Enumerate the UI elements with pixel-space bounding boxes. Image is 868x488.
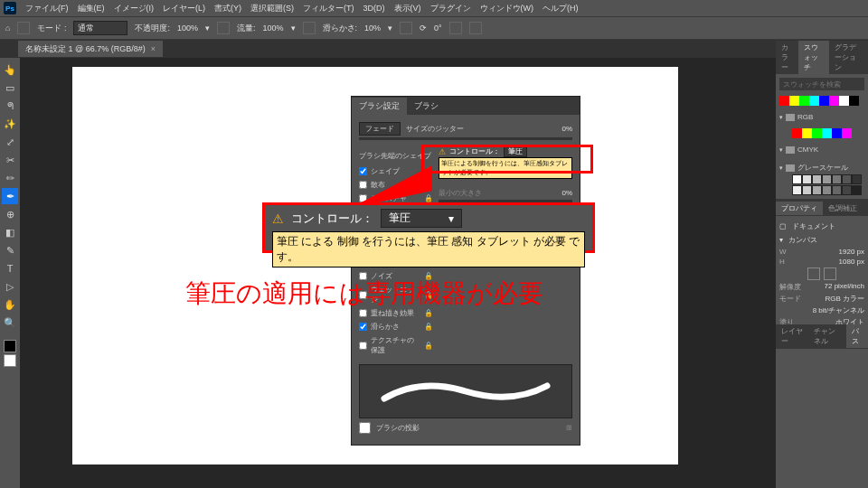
close-icon[interactable]: × [151,44,156,53]
mode-select[interactable]: 通常 [73,21,127,35]
document-tab[interactable]: 名称未設定 1 @ 66.7% (RGB/8#) × [18,41,163,57]
fade-button[interactable]: フェード [359,122,401,136]
swatch[interactable] [832,128,842,138]
menu-view[interactable]: 表示(V) [394,3,421,14]
fg-swatch[interactable] [4,340,16,352]
menu-plugin[interactable]: プラグイン [430,3,471,14]
menu-3d[interactable]: 3D(D) [363,4,385,13]
airbrush-icon[interactable] [303,22,316,34]
menu-help[interactable]: ヘルプ(H) [542,3,579,14]
tab-paths[interactable]: パス [846,324,868,348]
tab-brushes[interactable]: ブラシ [407,98,446,115]
swatch[interactable] [812,185,822,195]
smooth-value[interactable]: 10% [364,23,381,33]
swatch[interactable] [832,185,842,195]
orient-landscape-icon[interactable] [824,267,836,280]
symmetry-icon[interactable] [469,22,482,34]
menu-type[interactable]: 書式(Y) [214,3,241,14]
size-jitter-value[interactable]: 0% [547,125,572,133]
new-preset-icon[interactable]: ⊞ [566,424,572,432]
opacity-caret-icon[interactable]: ▾ [205,23,210,33]
smooth-opts-icon[interactable] [400,22,412,34]
search-input[interactable] [779,78,864,90]
res-value[interactable]: 72 pixel/inch [825,282,864,292]
tool-marquee[interactable]: ▭ [2,80,18,96]
swatch[interactable] [822,174,832,184]
swatch[interactable] [832,174,842,184]
tool-wand[interactable]: ✨ [2,116,18,132]
swatch[interactable] [852,185,862,195]
swatch-white[interactable] [839,96,849,106]
menu-file[interactable]: ファイル(F) [25,3,69,14]
tool-zoom[interactable]: 🔍 [2,314,18,331]
tab-gradient[interactable]: グラデーション [829,41,868,74]
min-diam-value[interactable]: 0% [547,189,572,197]
swatch[interactable] [812,174,822,184]
menu-edit[interactable]: 編集(E) [78,3,105,14]
brush-opt-smoothing[interactable]: 滑らかさ🔒 [359,320,433,333]
tool-brush[interactable]: ✒ [2,188,18,204]
w-value[interactable]: 1920 px [839,248,864,256]
swatch[interactable] [842,128,852,138]
swatch[interactable] [822,185,832,195]
swatch-blue[interactable] [819,96,829,106]
control-select-zoom[interactable]: 筆圧▾ [381,209,462,228]
swatch[interactable] [792,128,802,138]
check-protect[interactable] [359,342,367,350]
tool-text[interactable]: T [2,260,18,277]
swatch-black[interactable] [849,96,859,106]
flow-caret-icon[interactable]: ▾ [291,23,296,33]
swatch[interactable] [852,174,862,184]
tool-lasso[interactable]: ᖗ [2,98,18,114]
group-rgb[interactable]: RGB [779,111,864,123]
swatch[interactable] [792,185,802,195]
size-jitter-slider[interactable] [359,137,572,140]
angle-value[interactable]: 0° [434,23,442,33]
swatch[interactable] [802,128,812,138]
home-icon[interactable]: ⌂ [5,23,10,33]
tab-layers[interactable]: レイヤー [776,324,808,348]
h-value[interactable]: 1080 px [839,258,864,266]
swatch[interactable] [822,128,832,138]
smooth-caret-icon[interactable]: ▾ [388,23,392,33]
swatch[interactable] [812,128,822,138]
group-cmyk[interactable]: CMYK [779,144,864,155]
swatch[interactable] [802,185,812,195]
tool-move[interactable]: 👆 [2,61,18,78]
swatch-yellow[interactable] [789,96,799,106]
menu-image[interactable]: イメージ(I) [114,3,155,14]
pressure-opacity-icon[interactable] [217,22,230,34]
tab-adjust[interactable]: 色調補正 [823,202,863,215]
prop-canvas[interactable]: ▾ カンバス [779,233,864,247]
menu-layer[interactable]: レイヤー(L) [163,3,205,14]
swatch[interactable] [842,185,852,195]
tool-stamp[interactable]: ⊕ [2,206,18,222]
swatch-cyan[interactable] [809,96,819,106]
orient-portrait-icon[interactable] [807,267,820,280]
swatch[interactable] [802,174,812,184]
lock-icon[interactable]: 🔒 [424,342,433,350]
tab-channels[interactable]: チャンネル [808,324,846,348]
flow-value[interactable]: 100% [263,23,284,33]
tab-brush-settings[interactable]: ブラシ設定 [352,98,407,115]
brush-preset-icon[interactable] [17,22,30,34]
tool-pen[interactable]: ✎ [2,242,18,258]
bg-swatch[interactable] [4,354,16,367]
opacity-value[interactable]: 100% [177,23,198,33]
swatch[interactable] [792,174,802,184]
menu-select[interactable]: 選択範囲(S) [250,3,294,14]
tab-swatch[interactable]: スウォッチ [798,41,829,74]
group-gray[interactable]: グレースケール [779,161,864,174]
tool-hand[interactable]: ✋ [2,296,18,313]
pressure-size-icon[interactable] [449,22,462,34]
lock-icon[interactable]: 🔒 [424,323,433,331]
swatch-green[interactable] [799,96,809,106]
color-swatches[interactable] [4,340,16,367]
tool-gradient[interactable]: ◧ [2,224,18,240]
swatch[interactable] [842,174,852,184]
cmode-value[interactable]: RGB カラー [825,294,864,304]
tab-properties[interactable]: プロパティ [776,202,823,215]
tab-color[interactable]: カラー [776,41,798,74]
menu-filter[interactable]: フィルター(T) [303,3,354,14]
tool-path[interactable]: ▷ [2,278,18,295]
